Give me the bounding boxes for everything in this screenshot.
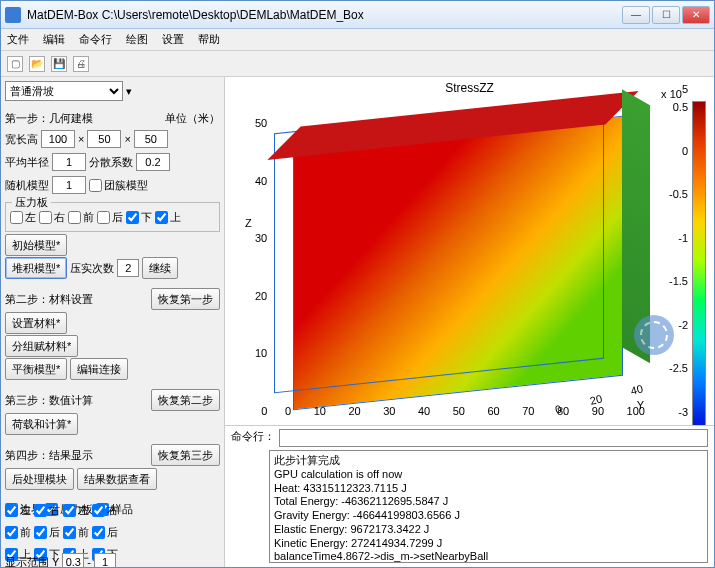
unit-label: 单位（米） bbox=[165, 111, 220, 126]
plate-front[interactable]: 前 bbox=[68, 210, 94, 225]
menu-edit[interactable]: 编辑 bbox=[43, 32, 65, 47]
disp-label: 分散系数 bbox=[89, 155, 133, 170]
edit-conn-button[interactable]: 编辑连接 bbox=[70, 358, 128, 380]
group-material-button[interactable]: 分组赋材料* bbox=[5, 335, 78, 357]
packcount-field[interactable] bbox=[117, 259, 139, 277]
menubar: 文件 编辑 命令行 绘图 设置 帮助 bbox=[1, 29, 714, 51]
disp-field[interactable] bbox=[136, 153, 170, 171]
close-button[interactable]: ✕ bbox=[682, 6, 710, 24]
view-data-button[interactable]: 结果数据查看 bbox=[77, 468, 157, 490]
dims-label: 宽长高 bbox=[5, 132, 38, 147]
colorbar-exponent: x 105 bbox=[661, 83, 688, 100]
plot-canvas[interactable] bbox=[273, 113, 653, 425]
menu-file[interactable]: 文件 bbox=[7, 32, 29, 47]
plot-area[interactable]: StressZZ x 105 Z Y 0.50 -0.5-1 -1.5-2 -2… bbox=[225, 77, 714, 425]
radius-label: 平均半径 bbox=[5, 155, 49, 170]
set-material-button[interactable]: 设置材料* bbox=[5, 312, 67, 334]
p-front[interactable]: 前 bbox=[63, 525, 89, 540]
titlebar: MatDEM-Box C:\Users\remote\Desktop\DEMLa… bbox=[1, 1, 714, 29]
plate-down[interactable]: 下 bbox=[126, 210, 152, 225]
step4-header: 第四步：结果显示 bbox=[5, 448, 93, 463]
postprocess-button[interactable]: 后处理模块 bbox=[5, 468, 74, 490]
open-icon[interactable]: 📂 bbox=[29, 56, 45, 72]
menu-help[interactable]: 帮助 bbox=[198, 32, 220, 47]
minimize-button[interactable]: — bbox=[622, 6, 650, 24]
y0-field[interactable] bbox=[62, 553, 84, 567]
maximize-button[interactable]: ☐ bbox=[652, 6, 680, 24]
cmd-label: 命令行： bbox=[231, 429, 275, 444]
cmd-input[interactable] bbox=[279, 429, 708, 447]
step2-header: 第二步：材料设置 bbox=[5, 292, 93, 307]
p-right[interactable]: 右 bbox=[92, 503, 118, 518]
b-left[interactable]: 左 bbox=[5, 503, 31, 518]
simulation-box bbox=[293, 116, 623, 411]
cluster-check[interactable]: 团簇模型 bbox=[89, 178, 148, 193]
rand-label: 随机模型 bbox=[5, 178, 49, 193]
output-log[interactable]: 此步计算完成 GPU calculation is off now Heat: … bbox=[269, 450, 708, 563]
balance-button[interactable]: 平衡模型* bbox=[5, 358, 67, 380]
width-field[interactable] bbox=[41, 130, 75, 148]
sidebar: 普通滑坡 ▾ 第一步：几何建模 单位（米） 宽长高 × × 平均半径 分散系数 bbox=[1, 77, 225, 567]
z-ticks: 010 2030 4050 bbox=[255, 117, 267, 417]
dropdown-icon[interactable]: ▾ bbox=[126, 85, 132, 98]
p-left[interactable]: 左 bbox=[63, 503, 89, 518]
b-front[interactable]: 前 bbox=[5, 525, 31, 540]
menu-cmd[interactable]: 命令行 bbox=[79, 32, 112, 47]
b-back[interactable]: 后 bbox=[34, 525, 60, 540]
height-field[interactable] bbox=[134, 130, 168, 148]
window-title: MatDEM-Box C:\Users\remote\Desktop\DEMLa… bbox=[27, 8, 622, 22]
rand-field[interactable] bbox=[52, 176, 86, 194]
init-model-button[interactable]: 初始模型* bbox=[5, 234, 67, 256]
z-axis-label: Z bbox=[245, 217, 252, 229]
toolbar: ▢ 📂 💾 🖨 bbox=[1, 51, 714, 77]
main-area: StressZZ x 105 Z Y 0.50 -0.5-1 -1.5-2 -2… bbox=[225, 77, 714, 567]
plate-up[interactable]: 上 bbox=[155, 210, 181, 225]
step3-header: 第三步：数值计算 bbox=[5, 393, 93, 408]
new-icon[interactable]: ▢ bbox=[7, 56, 23, 72]
plot-title: StressZZ bbox=[445, 81, 494, 95]
packcount-label: 压实次数 bbox=[70, 261, 114, 276]
save-icon[interactable]: 💾 bbox=[51, 56, 67, 72]
b-right[interactable]: 右 bbox=[34, 503, 60, 518]
load-calc-button[interactable]: 荷载和计算* bbox=[5, 413, 78, 435]
colorbar-ticks: 0.50 -0.5-1 -1.5-2 -2.5-3 -3.5 bbox=[669, 101, 688, 425]
radius-field[interactable] bbox=[52, 153, 86, 171]
restore-step1-button[interactable]: 恢复第一步 bbox=[151, 288, 220, 310]
continue-button[interactable]: 继续 bbox=[142, 257, 178, 279]
colorbar bbox=[692, 101, 706, 425]
menu-plot[interactable]: 绘图 bbox=[126, 32, 148, 47]
restore-step2-button[interactable]: 恢复第二步 bbox=[151, 389, 220, 411]
length-field[interactable] bbox=[87, 130, 121, 148]
app-icon bbox=[5, 7, 21, 23]
pack-model-button[interactable]: 堆积模型* bbox=[5, 257, 67, 279]
restore-step3-button[interactable]: 恢复第三步 bbox=[151, 444, 220, 466]
plate-left[interactable]: 左 bbox=[10, 210, 36, 225]
plate-back[interactable]: 后 bbox=[97, 210, 123, 225]
model-type-combo[interactable]: 普通滑坡 bbox=[5, 81, 123, 101]
plate-right[interactable]: 右 bbox=[39, 210, 65, 225]
p-back[interactable]: 后 bbox=[92, 525, 118, 540]
plate-group: 压力板 左 右 前 后 下 上 bbox=[5, 202, 220, 232]
range-label: 显示范围 bbox=[5, 555, 49, 568]
y1-field[interactable] bbox=[94, 553, 116, 567]
menu-settings[interactable]: 设置 bbox=[162, 32, 184, 47]
step1-header: 第一步：几何建模 bbox=[5, 111, 93, 126]
print-icon[interactable]: 🖨 bbox=[73, 56, 89, 72]
